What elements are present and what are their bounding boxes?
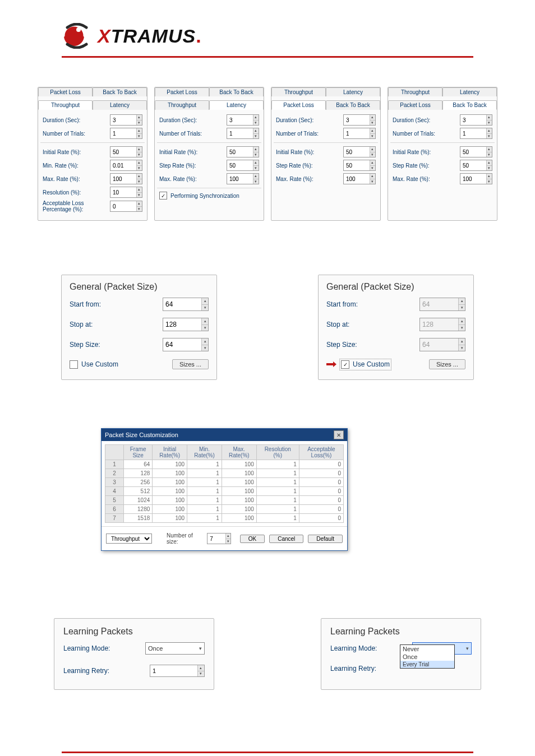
option-never[interactable]: Never xyxy=(400,645,454,653)
close-icon[interactable]: ✕ xyxy=(334,430,344,439)
button-sizes[interactable]: Sizes ... xyxy=(172,359,209,369)
group-packet-size-checked: General (Packet Size) Start from: ▴▾ Sto… xyxy=(318,275,474,380)
tab-packet-loss[interactable]: Packet Loss xyxy=(38,87,93,96)
input-max-rate[interactable]: ▴▾ xyxy=(343,173,376,184)
input-duration[interactable]: ▴▾ xyxy=(343,114,376,126)
tab-throughput[interactable]: Throughput xyxy=(38,100,93,110)
input-initial-rate[interactable]: ▴▾ xyxy=(110,146,142,157)
label-duration: Duration (Sec): xyxy=(43,117,107,123)
input-trials[interactable]: ▴▾ xyxy=(110,128,142,139)
col-initial-rate: Initial Rate(%) xyxy=(153,445,187,460)
table-row: 61280100110010 xyxy=(105,505,344,514)
tab-throughput[interactable]: Throughput xyxy=(271,87,326,96)
input-duration[interactable]: ▴▾ xyxy=(460,114,492,126)
col-max-rate: Max. Rate(%) xyxy=(222,445,256,460)
input-resolution[interactable]: ▴▾ xyxy=(110,187,142,198)
label-learning-mode: Learning Mode: xyxy=(63,644,142,652)
tab-latency[interactable]: Latency xyxy=(93,100,147,110)
input-duration[interactable]: ▴▾ xyxy=(227,114,259,126)
table-row: 71518100110010 xyxy=(105,514,344,523)
tab-back-to-back[interactable]: Back To Back xyxy=(442,100,497,110)
svg-point-1 xyxy=(76,27,81,32)
tab-back-to-back[interactable]: Back To Back xyxy=(326,100,380,110)
button-sizes[interactable]: Sizes ... xyxy=(429,359,465,369)
input-max-rate[interactable]: ▴▾ xyxy=(110,173,142,184)
input-max-rate[interactable]: ▴▾ xyxy=(460,173,492,184)
table-row: 4512100110010 xyxy=(105,487,344,496)
input-step-size[interactable]: ▴▾ xyxy=(163,338,209,351)
label-max-rate: Max. Rate (%): xyxy=(43,176,107,182)
tab-packet-loss[interactable]: Packet Loss xyxy=(271,100,326,110)
input-step-rate[interactable]: ▴▾ xyxy=(227,160,259,171)
input-trials[interactable]: ▴▾ xyxy=(343,128,376,139)
label-learning-retry: Learning Retry: xyxy=(63,667,146,675)
panel-throughput: Packet Loss Back To Back Throughput Late… xyxy=(38,87,147,221)
panel-packet-loss: Throughput Latency Packet Loss Back To B… xyxy=(271,87,381,221)
group-packet-size: General (Packet Size) Start from: ▴▾ Sto… xyxy=(61,275,217,380)
input-min-rate[interactable]: ▴▾ xyxy=(110,160,142,171)
input-initial-rate[interactable]: ▴▾ xyxy=(343,146,376,157)
tab-back-to-back[interactable]: Back To Back xyxy=(93,87,147,96)
tab-throughput[interactable]: Throughput xyxy=(388,87,442,96)
legend-learning-packets: Learning Packets xyxy=(63,627,133,636)
tab-packet-loss[interactable]: Packet Loss xyxy=(155,87,209,96)
table-row: 164100110010 xyxy=(105,460,344,469)
group-learning-packets-open: Learning Packets Learning Mode: Once▾ Ne… xyxy=(321,618,481,690)
panel-latency: Packet Loss Back To Back Throughput Late… xyxy=(154,87,264,221)
label-resolution: Resolution (%): xyxy=(43,189,107,196)
label-learning-mode: Learning Mode: xyxy=(330,644,409,652)
input-start-from[interactable]: ▴▾ xyxy=(163,298,209,311)
button-default[interactable]: Default xyxy=(308,535,343,543)
col-index xyxy=(105,445,124,460)
tab-throughput[interactable]: Throughput xyxy=(155,100,209,110)
input-trials[interactable]: ▴▾ xyxy=(227,128,259,139)
panel-back-to-back: Throughput Latency Packet Loss Back To B… xyxy=(388,87,497,221)
label-acceptable-loss: Acceptable Loss Percentage (%): xyxy=(43,200,107,212)
input-initial-rate[interactable]: ▴▾ xyxy=(227,146,259,157)
input-step-rate[interactable]: ▴▾ xyxy=(460,160,492,171)
select-learning-mode[interactable]: Once▾ xyxy=(145,642,205,655)
dialog-packet-size-customization: Packet Size Customization ✕ Frame Size I… xyxy=(101,428,348,551)
input-step-size[interactable]: ▴▾ xyxy=(419,338,465,351)
select-mode[interactable]: Throughput xyxy=(106,534,152,544)
tab-latency[interactable]: Latency xyxy=(326,87,380,96)
table-row: 2128100110010 xyxy=(105,469,344,478)
brand-logo: XTRAMUS. xyxy=(62,19,535,53)
tab-latency[interactable]: Latency xyxy=(442,87,497,96)
input-learning-retry[interactable]: ▴▾ xyxy=(150,665,205,677)
col-acceptable-loss: Acceptable Loss(%) xyxy=(299,445,343,460)
table-packet-size: Frame Size Initial Rate(%) Min. Rate(%) … xyxy=(105,444,344,523)
input-step-rate[interactable]: ▴▾ xyxy=(343,160,376,171)
checkbox-use-custom[interactable]: Use Custom xyxy=(70,360,118,369)
input-duration[interactable]: ▴▾ xyxy=(110,114,142,126)
header-divider xyxy=(62,56,473,58)
tab-packet-loss[interactable]: Packet Loss xyxy=(388,100,442,110)
input-max-rate[interactable]: ▴▾ xyxy=(227,173,259,184)
col-min-rate: Min. Rate(%) xyxy=(187,445,222,460)
input-trials[interactable]: ▴▾ xyxy=(460,128,492,139)
dropdown-learning-mode[interactable]: Never Once Every Trial xyxy=(400,644,455,669)
label-initial-rate: Initial Rate (%): xyxy=(43,149,107,155)
input-initial-rate[interactable]: ▴▾ xyxy=(460,146,492,157)
col-frame-size: Frame Size xyxy=(124,445,153,460)
tab-back-to-back[interactable]: Back To Back xyxy=(209,87,264,96)
label-min-rate: Min. Rate (%): xyxy=(43,163,107,169)
table-row: 51024100110010 xyxy=(105,496,344,505)
button-cancel[interactable]: Cancel xyxy=(269,535,303,543)
group-learning-packets: Learning Packets Learning Mode: Once▾ Le… xyxy=(54,618,214,690)
button-ok[interactable]: OK xyxy=(240,535,265,543)
checkbox-use-custom[interactable]: ✓Use Custom xyxy=(341,360,390,369)
input-stop-at[interactable]: ▴▾ xyxy=(163,318,209,331)
input-start-from[interactable]: ▴▾ xyxy=(419,298,465,311)
input-acceptable-loss[interactable]: ▴▾ xyxy=(110,201,142,212)
chevron-down-icon: ▾ xyxy=(466,646,469,651)
input-number-of-size[interactable]: ▴▾ xyxy=(207,533,230,544)
option-once[interactable]: Once xyxy=(400,653,454,661)
option-every-trial[interactable]: Every Trial xyxy=(400,661,454,668)
checkbox-performing-sync[interactable]: ✓Performing Synchronization xyxy=(159,192,259,200)
table-row: 3256100110010 xyxy=(105,478,344,487)
input-stop-at[interactable]: ▴▾ xyxy=(419,318,465,331)
legend-packet-size: General (Packet Size) xyxy=(326,282,414,291)
tab-latency[interactable]: Latency xyxy=(209,100,264,110)
legend-learning-packets: Learning Packets xyxy=(330,627,400,636)
